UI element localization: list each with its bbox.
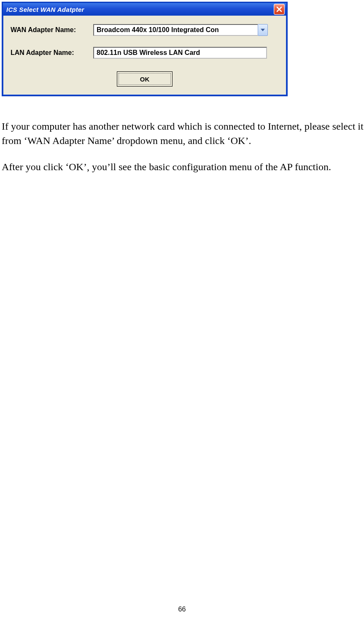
lan-label: LAN Adapter Name: <box>11 49 93 57</box>
wan-dropdown[interactable]: Broadcom 440x 10/100 Integrated Con <box>93 24 268 36</box>
ok-button-frame: OK <box>117 71 173 87</box>
ok-button[interactable]: OK <box>119 73 171 85</box>
ics-dialog: ICS Select WAN Adatpter WAN Adapter Name… <box>2 2 288 96</box>
close-button[interactable] <box>274 4 285 15</box>
close-icon <box>276 6 282 12</box>
paragraph-2: After you click ‘OK’, you’ll see the bas… <box>2 160 364 174</box>
instruction-text: If your computer has another network car… <box>2 119 364 174</box>
wan-label: WAN Adapter Name: <box>11 26 93 34</box>
paragraph-1: If your computer has another network car… <box>2 119 364 148</box>
wan-dropdown-value: Broadcom 440x 10/100 Integrated Con <box>93 24 258 36</box>
svg-marker-2 <box>261 29 265 31</box>
chevron-down-icon <box>261 29 265 31</box>
dialog-title: ICS Select WAN Adatpter <box>6 6 84 13</box>
titlebar: ICS Select WAN Adatpter <box>3 3 286 16</box>
button-row: OK <box>11 70 279 87</box>
lan-row: LAN Adapter Name: 802.11n USB Wireless L… <box>11 47 279 59</box>
page-number: 66 <box>0 606 364 613</box>
wan-row: WAN Adapter Name: Broadcom 440x 10/100 I… <box>11 24 279 36</box>
lan-field[interactable]: 802.11n USB Wireless LAN Card <box>93 47 267 59</box>
dialog-body: WAN Adapter Name: Broadcom 440x 10/100 I… <box>3 16 286 95</box>
wan-dropdown-button[interactable] <box>258 24 268 36</box>
